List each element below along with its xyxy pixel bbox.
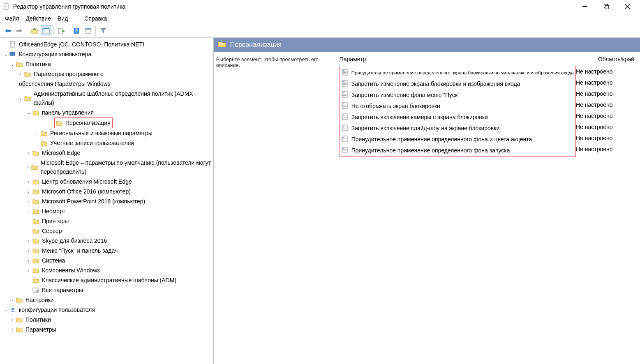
forward-button[interactable] <box>14 25 25 36</box>
toolbar: ? <box>0 24 640 38</box>
svg-point-32 <box>12 308 14 310</box>
svg-rect-65 <box>343 138 347 138</box>
show-tree-button[interactable] <box>41 25 51 36</box>
tree-neomort[interactable]: › Неоморт <box>2 206 213 216</box>
setting-state: Не настроено <box>576 143 633 154</box>
close-button[interactable] <box>622 1 633 12</box>
svg-rect-12 <box>16 30 20 32</box>
svg-rect-55 <box>343 116 347 116</box>
tree-office2016[interactable]: › Microsoft Office 2016 (компьютер) <box>2 187 213 196</box>
setting-row[interactable]: Запретить включение слайд-шоу на экране … <box>340 122 575 134</box>
tree-user-config[interactable]: ⌄ конфигурации пользователя <box>2 305 213 315</box>
svg-rect-51 <box>343 106 347 106</box>
properties-button[interactable] <box>83 25 93 36</box>
svg-rect-1 <box>5 5 7 5</box>
svg-marker-11 <box>20 29 22 33</box>
tree-regional[interactable]: › Региональные и языковые параметры <box>2 128 213 138</box>
tree-system[interactable]: › Система <box>2 256 213 265</box>
svg-marker-14 <box>33 28 36 30</box>
setting-row[interactable]: Запретить изменение фона меню "Пуск" <box>340 89 575 100</box>
svg-rect-37 <box>343 73 347 74</box>
tree-edge-update[interactable]: › Центр обновления Microsoft Edge <box>2 177 213 187</box>
tree-user-accounts[interactable]: › Учетные записи пользователей <box>2 138 213 148</box>
svg-rect-26 <box>11 43 14 43</box>
setting-label: Принудительное применение определенного … <box>351 147 574 154</box>
policy-icon <box>342 113 349 121</box>
svg-rect-35 <box>343 71 347 72</box>
tree-start-taskbar[interactable]: › Меню "Пуск" и панель задач <box>2 246 213 256</box>
setting-state: Не настроено <box>576 110 633 121</box>
column-header-parameter[interactable]: Параметр <box>340 56 576 62</box>
tree-admx[interactable]: ⌄ Административные шаблоны: определения … <box>2 89 213 108</box>
setting-row[interactable]: Принудительное применение определенного … <box>340 67 575 78</box>
svg-rect-62 <box>343 129 347 129</box>
setting-row[interactable]: Принудительное применение определенного … <box>340 134 575 145</box>
tree-personalization[interactable]: Персонализация <box>55 118 111 128</box>
tree-server[interactable]: › Сервер <box>2 226 213 236</box>
svg-rect-71 <box>343 150 347 150</box>
setting-row[interactable]: Запретить изменение экрана блокировки и … <box>340 78 575 89</box>
svg-rect-10 <box>7 30 11 32</box>
svg-rect-29 <box>12 55 13 56</box>
app-icon <box>3 3 10 10</box>
tree-preferences[interactable]: › Настройки <box>2 295 213 305</box>
tree-pane[interactable]: ▾ OfficeandEdge [OC. CONTOSO. Политика N… <box>0 38 214 364</box>
back-button[interactable] <box>2 25 13 36</box>
tree-software-settings[interactable]: › Параметры программного <box>2 69 213 79</box>
content-header: Персонализация <box>214 38 640 52</box>
menu-action[interactable]: Действие <box>23 14 53 23</box>
filter-button[interactable] <box>98 25 109 36</box>
tree-win-components[interactable]: › Компоненты Windows <box>2 265 213 275</box>
svg-rect-16 <box>43 28 49 29</box>
tree-ppt2016[interactable]: › Microsoft PowerPoint 2016 (компьютер) <box>2 196 213 206</box>
setting-label: Принудительное применение определенного … <box>351 136 574 143</box>
setting-state: Не настроено <box>576 99 633 110</box>
tree-printers[interactable]: › Принтеры <box>2 216 213 226</box>
menu-help[interactable]: Справка <box>82 14 109 23</box>
export-button[interactable] <box>56 25 67 36</box>
tree-edge[interactable]: › Microsoft Edge <box>2 148 213 158</box>
svg-rect-27 <box>11 44 14 44</box>
menu-file[interactable]: Файл <box>2 14 21 23</box>
tree-policies[interactable]: ⌄ Политики <box>2 59 213 69</box>
setting-row[interactable]: Не отображать экран блокировки <box>340 100 575 111</box>
setting-row[interactable]: Принудительное применение определенного … <box>340 145 575 156</box>
minimize-button[interactable] <box>579 1 591 12</box>
policy-icon <box>342 124 349 132</box>
up-folder-button[interactable] <box>29 25 40 36</box>
setting-row[interactable]: Запретить включение камеры с экрана блок… <box>340 111 575 122</box>
menubar: Файл Действие Вид Справка <box>0 13 640 24</box>
tree-edge-default[interactable]: › Microsoft Edge – параметры по умолчани… <box>2 158 213 177</box>
svg-rect-13 <box>32 30 37 33</box>
tree-control-panel[interactable]: ⌄ панель управления <box>2 108 213 117</box>
svg-rect-40 <box>343 83 347 83</box>
policy-icon <box>342 147 349 154</box>
tree-user-prefs[interactable]: › Параметры <box>2 325 213 334</box>
tree-skype[interactable]: › Skype для бизнеса 2016 <box>2 236 213 246</box>
tree-computer-config[interactable]: ⌄ Конфигурация компьютера <box>2 49 213 59</box>
tree-user-policies[interactable]: › Политики <box>2 315 213 325</box>
svg-point-31 <box>36 290 39 293</box>
tree-classic-adm[interactable]: › Классические административные шаблоны … <box>2 275 213 285</box>
maximize-button[interactable] <box>601 1 612 12</box>
svg-rect-2 <box>5 6 7 6</box>
svg-rect-60 <box>343 127 347 127</box>
help-button[interactable]: ? <box>71 25 82 36</box>
tree-root[interactable]: ▾ OfficeandEdge [OC. CONTOSO. Политика N… <box>2 39 213 49</box>
svg-rect-72 <box>343 151 347 151</box>
setting-state: Не настроено <box>576 66 633 77</box>
svg-rect-57 <box>343 117 347 118</box>
setting-state: Не настроено <box>576 132 633 143</box>
tree-all-settings[interactable]: › Все параметры <box>2 285 213 295</box>
description-text: Выберите элемент, чтобы просмотреть его … <box>216 54 340 364</box>
settings-list-highlight: Принудительное применение определенного … <box>340 66 576 157</box>
tree-software-settings-line2: обеспечения Параметры Windows <box>2 79 213 89</box>
setting-label: Не отображать экран блокировки <box>351 103 574 109</box>
menu-view[interactable]: Вид <box>55 14 70 23</box>
svg-rect-45 <box>343 94 347 94</box>
column-header-state[interactable]: Область/край <box>576 56 638 62</box>
svg-rect-52 <box>343 106 347 107</box>
svg-rect-66 <box>343 139 347 139</box>
svg-rect-46 <box>343 94 347 95</box>
policy-icon <box>342 136 349 143</box>
